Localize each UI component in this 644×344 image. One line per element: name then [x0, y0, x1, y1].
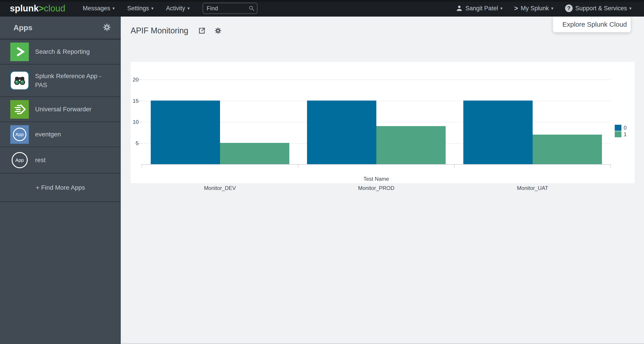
- sidebar-item-label: rest: [35, 156, 46, 164]
- chevron-down-icon: ▾: [629, 6, 632, 11]
- nav-menus: Messages ▾ Settings ▾ Activity ▾: [76, 0, 196, 17]
- apps-title: Apps: [14, 23, 102, 32]
- legend-label: 0: [624, 125, 626, 131]
- bar-Monitor_PROD-series-0[interactable]: [307, 101, 376, 164]
- find-more-apps-label: + Find More Apps: [36, 183, 85, 192]
- support-services-dropdown: Explore Splunk Cloud: [553, 17, 630, 32]
- app-badge-label: App: [12, 152, 28, 168]
- chevron-down-icon: ▾: [188, 6, 190, 11]
- logo-cloud-text: cloud: [44, 3, 65, 13]
- apps-sidebar: Apps: [0, 17, 121, 344]
- open-in-new-icon[interactable]: [198, 27, 206, 35]
- chart-legend: 01: [615, 125, 626, 138]
- sidebar-item-label: eventgen: [35, 130, 61, 139]
- apps-settings-gear-icon[interactable]: [102, 23, 111, 33]
- chart-plot: 5101520Monitor_DEVMonitor_PRODMonitor_UA…: [142, 80, 611, 164]
- legend-label: 1: [624, 131, 626, 137]
- support-services-label: Support & Services: [575, 5, 627, 12]
- apps-header: Apps: [0, 17, 121, 39]
- bar-Monitor_DEV-series-0[interactable]: [151, 101, 220, 164]
- page-title: APIF Monitoring: [130, 26, 188, 35]
- app-badge-blue-icon: App: [10, 125, 29, 144]
- sidebar-item-label: Search & Reporting: [35, 47, 90, 56]
- legend-swatch: [615, 125, 622, 131]
- x-category-label: Monitor_UAT: [454, 185, 611, 191]
- menu-settings-label: Settings: [127, 5, 149, 12]
- user-icon: [456, 5, 463, 12]
- find-search-box: [202, 3, 258, 14]
- chevron-down-icon: ▾: [500, 6, 502, 11]
- forwarder-arrow-icon: [10, 100, 29, 119]
- x-axis-tick: [610, 164, 611, 168]
- splunk-cloud-logo[interactable]: splunk>cloud: [10, 3, 65, 14]
- x-axis-title: Test Name: [142, 176, 611, 182]
- bar-Monitor_UAT-series-0[interactable]: [463, 101, 533, 164]
- chevron-down-icon: ▾: [551, 6, 554, 11]
- sidebar-item-find-more-apps[interactable]: + Find More Apps: [0, 174, 121, 202]
- x-axis-tick: [298, 164, 298, 168]
- top-nav: splunk>cloud Messages ▾ Settings ▾ Activ…: [0, 0, 644, 17]
- chart-panel: 5101520Monitor_DEVMonitor_PRODMonitor_UA…: [130, 62, 634, 183]
- legend-item: 0: [615, 125, 626, 131]
- x-axis-tick: [454, 164, 454, 168]
- main-content: APIF Monitoring: [121, 17, 644, 344]
- legend-swatch: [615, 131, 622, 137]
- sidebar-item-search-reporting[interactable]: Search & Reporting: [0, 39, 121, 65]
- app-badge-icon: App: [10, 151, 29, 169]
- logo-gt-glyph: >: [39, 3, 44, 13]
- sidebar-item-rest[interactable]: App rest: [0, 147, 121, 174]
- x-axis-tick: [142, 164, 142, 168]
- menu-messages[interactable]: Messages ▾: [76, 0, 121, 17]
- sidebar-item-label: Universal Forwarder: [35, 105, 92, 114]
- help-question-icon: ?: [565, 5, 573, 12]
- x-category-label: Monitor_DEV: [142, 185, 298, 191]
- menu-activity[interactable]: Activity ▾: [160, 0, 196, 17]
- splunk-gt-icon: >: [514, 5, 518, 12]
- bar-Monitor_PROD-series-1[interactable]: [376, 126, 446, 164]
- y-tick-label: 15: [126, 98, 139, 104]
- logo-splunk-text: splunk: [10, 3, 39, 13]
- dropdown-item-explore-splunk-cloud[interactable]: Explore Splunk Cloud: [553, 17, 630, 32]
- binoculars-icon: [10, 71, 29, 90]
- sidebar-item-eventgen[interactable]: App eventgen: [0, 122, 121, 147]
- menu-messages-label: Messages: [83, 5, 110, 12]
- y-tick-label: 20: [126, 77, 139, 83]
- user-menu[interactable]: Sangit Patel ▾: [456, 0, 503, 17]
- y-gridline: [142, 80, 611, 80]
- dashboard-settings-gear-icon[interactable]: [214, 27, 222, 35]
- search-reporting-app-icon: [10, 43, 29, 61]
- app-badge-label: App: [13, 128, 26, 141]
- legend-item: 1: [615, 131, 626, 137]
- my-splunk-menu[interactable]: > My Splunk ▾: [514, 0, 554, 17]
- dashboard-title-bar: APIF Monitoring: [130, 23, 230, 39]
- user-name: Sangit Patel: [466, 5, 498, 12]
- y-tick-label: 10: [126, 119, 139, 125]
- menu-activity-label: Activity: [166, 5, 185, 12]
- bar-Monitor_UAT-series-1[interactable]: [533, 135, 602, 164]
- chevron-down-icon: ▾: [112, 6, 115, 11]
- search-icon: [248, 5, 255, 12]
- sidebar-item-splunk-reference-app-pas[interactable]: Splunk Reference App - PAS: [0, 65, 121, 97]
- x-axis-line: [142, 164, 611, 164]
- chevron-down-icon: ▾: [152, 6, 154, 11]
- sidebar-item-universal-forwarder[interactable]: Universal Forwarder: [0, 97, 121, 122]
- support-services-menu[interactable]: ? Support & Services ▾: [565, 0, 632, 17]
- y-tick-label: 5: [126, 140, 139, 146]
- screen: splunk>cloud Messages ▾ Settings ▾ Activ…: [0, 0, 644, 344]
- bar-Monitor_DEV-series-1[interactable]: [220, 143, 289, 164]
- horizontal-scrollbar-track[interactable]: [121, 343, 644, 344]
- sidebar-item-label: Splunk Reference App - PAS: [35, 72, 111, 90]
- x-category-label: Monitor_PROD: [298, 185, 454, 191]
- my-splunk-label: My Splunk: [521, 5, 549, 12]
- menu-settings[interactable]: Settings ▾: [121, 0, 160, 17]
